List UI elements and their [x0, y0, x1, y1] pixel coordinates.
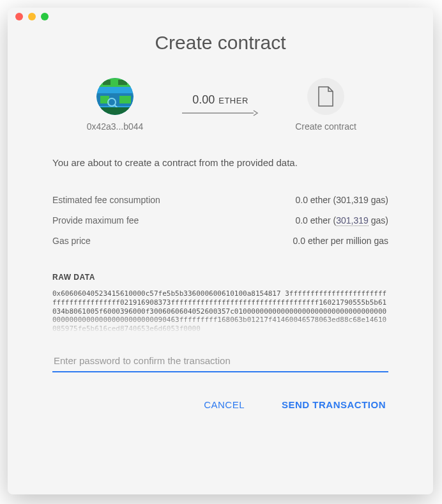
fee-label: Estimated fee consumption: [52, 195, 160, 205]
to-label: Create contract: [295, 121, 356, 132]
fee-table: Estimated fee consumption 0.0 ether (301…: [52, 190, 388, 251]
fee-row-price: Gas price 0.0 ether per million gas: [52, 231, 388, 251]
fee-value: 0.0 ether (301,319 gas): [295, 215, 388, 225]
amount-value: 0.00: [192, 93, 215, 107]
svg-rect-10: [96, 107, 133, 115]
document-icon: [307, 78, 344, 115]
arrow-right-icon: [182, 109, 259, 117]
to-contract: Create contract: [284, 78, 367, 132]
svg-rect-4: [118, 80, 127, 85]
dialog-window: Create contract: [8, 8, 433, 494]
close-icon[interactable]: [15, 13, 23, 20]
fee-value: 0.0 ether per million gas: [293, 236, 388, 246]
fee-row-estimated: Estimated fee consumption 0.0 ether (301…: [52, 190, 388, 210]
password-field: [52, 350, 388, 372]
transfer-summary: 0x42a3...b044 0.00 ETHER: [52, 78, 388, 132]
password-input[interactable]: [52, 350, 388, 372]
svg-rect-7: [119, 96, 131, 103]
max-gas-link[interactable]: 301,319: [336, 215, 369, 226]
svg-rect-2: [96, 78, 133, 87]
fee-label: Gas price: [52, 236, 91, 246]
window-titlebar: [8, 8, 433, 26]
fee-label: Provide maximum fee: [52, 215, 139, 225]
dialog-content: Create contract: [8, 26, 433, 433]
about-text: You are about to create a contract from …: [52, 157, 388, 168]
from-account: 0x42a3...b044: [73, 78, 156, 132]
action-buttons: CANCEL SEND TRANSACTION: [52, 395, 388, 414]
maximize-icon[interactable]: [41, 13, 49, 20]
send-transaction-button[interactable]: SEND TRANSACTION: [279, 395, 388, 414]
identicon-avatar: [96, 78, 133, 115]
raw-data-content: 0x60606040523415610000c57fe5b5b336000600…: [52, 289, 388, 333]
fee-value: 0.0 ether (301,319 gas): [295, 195, 388, 205]
minimize-icon[interactable]: [28, 13, 36, 20]
amount-unit: ETHER: [218, 96, 248, 105]
fee-row-max: Provide maximum fee 0.0 ether (301,319 g…: [52, 210, 388, 231]
transfer-amount: 0.00 ETHER: [192, 93, 248, 107]
transfer-arrow: 0.00 ETHER: [176, 93, 265, 117]
raw-data-label: RAW DATA: [52, 273, 388, 282]
from-address: 0x42a3...b044: [87, 121, 144, 132]
cancel-button[interactable]: CANCEL: [201, 395, 247, 414]
page-title: Create contract: [52, 32, 388, 54]
svg-rect-3: [103, 80, 111, 85]
